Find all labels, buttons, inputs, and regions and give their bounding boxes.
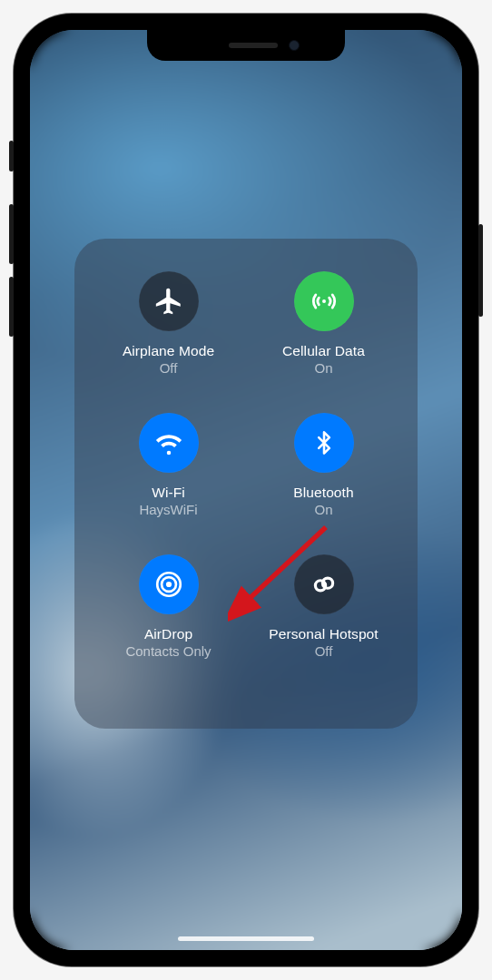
screen: Airplane Mode Off Cellular Data On — [30, 30, 462, 950]
power-button — [478, 224, 483, 317]
airdrop-button[interactable]: AirDrop Contacts Only — [91, 554, 246, 696]
connectivity-panel: Airplane Mode Off Cellular Data On — [74, 239, 418, 729]
svg-point-3 — [165, 582, 171, 587]
home-indicator[interactable] — [178, 936, 314, 941]
bluetooth-icon — [294, 413, 354, 473]
iphone-frame: Airplane Mode Off Cellular Data On — [14, 14, 478, 966]
notch — [147, 30, 345, 61]
front-camera — [289, 40, 300, 51]
hotspot-icon — [294, 554, 354, 614]
airplane-mode-button[interactable]: Airplane Mode Off — [91, 271, 246, 413]
wifi-label: Wi-Fi — [152, 484, 185, 501]
airplane-status: Off — [160, 359, 178, 377]
airdrop-status: Contacts Only — [125, 642, 211, 661]
bluetooth-button[interactable]: Bluetooth On — [246, 413, 401, 554]
airplane-icon — [139, 271, 199, 331]
wifi-status: HaysWiFi — [139, 501, 197, 519]
cellular-data-button[interactable]: Cellular Data On — [246, 271, 401, 413]
airdrop-label: AirDrop — [144, 625, 192, 642]
wifi-button[interactable]: Wi-Fi HaysWiFi — [91, 413, 246, 554]
cellular-label: Cellular Data — [282, 342, 365, 359]
volume-up-button — [9, 204, 14, 264]
volume-down-button — [9, 277, 14, 337]
airdrop-icon — [139, 554, 199, 614]
cellular-status: On — [314, 359, 332, 377]
wifi-icon — [139, 413, 199, 473]
hotspot-label: Personal Hotspot — [269, 625, 379, 642]
hotspot-status: Off — [315, 642, 333, 661]
personal-hotspot-button[interactable]: Personal Hotspot Off — [246, 554, 401, 696]
speaker-grille — [229, 43, 278, 48]
bluetooth-status: On — [314, 501, 332, 519]
mute-switch — [9, 141, 14, 172]
bluetooth-label: Bluetooth — [293, 484, 353, 501]
cellular-icon — [294, 271, 354, 331]
svg-point-0 — [322, 299, 326, 303]
airplane-label: Airplane Mode — [123, 342, 214, 359]
